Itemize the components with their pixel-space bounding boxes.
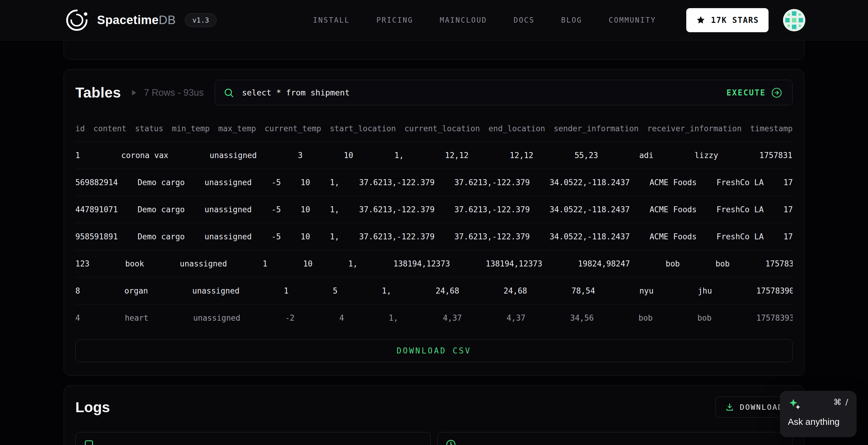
table-cell: FreshCo LA — [716, 232, 764, 241]
column-header: id — [75, 124, 85, 133]
table-cell: -5 — [272, 232, 281, 241]
table-cell: Demo cargo — [137, 205, 185, 214]
nav-link-pricing[interactable]: PRICING — [376, 16, 413, 24]
table-cell: 78,54 — [571, 286, 595, 295]
table-cell: bob — [715, 259, 730, 268]
table-cell: 24,68 — [504, 286, 527, 295]
table-cell: 1757831748292736 — [759, 151, 793, 160]
table-cell: 37.6213,-122.379 — [454, 232, 530, 241]
logs-download-label: DOWNLOAD — [740, 403, 783, 412]
nav-link-maincloud[interactable]: MAINCLOUD — [440, 16, 487, 24]
table-cell: ACME Foods — [650, 178, 697, 187]
table-cell: 37.6213,-122.379 — [359, 232, 434, 241]
column-header: content — [93, 124, 127, 133]
table-row: 447891071Demo cargounassigned-5101,37.62… — [75, 196, 793, 223]
table-cell: 1, — [348, 259, 358, 268]
star-icon — [696, 15, 706, 25]
table-cell: 1, — [395, 151, 404, 160]
table-cell: 1757833948210345 — [765, 259, 793, 268]
table-cell: unassigned — [205, 205, 252, 214]
rows-summary: 7 Rows - 93us — [144, 87, 204, 98]
table-row: 569882914Demo cargounassigned-5101,37.62… — [75, 169, 793, 196]
nav-link-blog[interactable]: BLOG — [561, 16, 582, 24]
collapse-arrow-icon[interactable] — [130, 89, 137, 96]
page-content: Tables 7 Rows - 93us select * from shipm… — [0, 40, 868, 445]
table-cell: -2 — [285, 313, 294, 322]
brand-name: SpacetimeDB — [97, 13, 176, 27]
table-cell: 123 — [75, 259, 90, 268]
tables-title: Tables — [75, 84, 121, 101]
execute-button[interactable]: EXECUTE — [724, 87, 784, 98]
table-cell: 1 — [284, 286, 289, 295]
ask-widget-top: ⌘ / — [788, 398, 849, 411]
table-cell: jhu — [698, 286, 712, 295]
avatar[interactable] — [783, 9, 805, 31]
logs-card-header: Logs DOWNLOAD — [75, 397, 793, 418]
table-cell: unassigned — [192, 286, 240, 295]
execute-label: EXECUTE — [726, 88, 766, 97]
table-row: 123bookunassigned1101,138194,12373138194… — [75, 250, 793, 277]
previous-card-bottom — [64, 40, 804, 60]
table-cell: 34,56 — [570, 313, 594, 322]
table-cell: 19824,98247 — [578, 259, 630, 268]
brand[interactable]: SpacetimeDB v1.3 — [64, 8, 217, 33]
logs-panel-left — [75, 432, 431, 445]
navbar-right: 17K STARS — [686, 8, 805, 32]
table-cell: 1 — [75, 151, 80, 160]
table-cell: 37.6213,-122.379 — [359, 178, 434, 187]
table-cell: 4 — [75, 313, 80, 322]
column-header: status — [135, 124, 163, 133]
table-cell: 12,12 — [510, 151, 533, 160]
table-row: 1corona vaxunassigned3101,12,1212,1255,2… — [75, 142, 793, 169]
nav-link-docs[interactable]: DOCS — [514, 16, 535, 24]
ask-anything-widget[interactable]: ⌘ / Ask anything — [780, 391, 857, 437]
search-icon — [223, 87, 234, 98]
shipment-table: idcontentstatusmin_tempmax_tempcurrent_t… — [75, 124, 793, 332]
table-cell: Demo cargo — [137, 178, 185, 187]
table-cell: -5 — [272, 178, 281, 187]
table-cell: bob — [639, 313, 653, 322]
table-cell: unassigned — [210, 151, 257, 160]
table-cell: 55,23 — [575, 151, 598, 160]
column-header: end_location — [489, 124, 545, 133]
table-cell: 1 — [263, 259, 268, 268]
table-cell: nyu — [639, 286, 653, 295]
table-cell: FreshCo LA — [716, 178, 764, 187]
table-cell: -5 — [272, 205, 281, 214]
logs-list-icon — [84, 439, 94, 445]
table-cell: 10 — [303, 259, 313, 268]
github-stars-button[interactable]: 17K STARS — [686, 8, 769, 32]
nav-link-install[interactable]: INSTALL — [313, 16, 350, 24]
table-cell: ACME Foods — [650, 232, 697, 241]
table-cell: 34.0522,-118.2437 — [550, 232, 629, 241]
table-cell: 3 — [298, 151, 303, 160]
table-cell: 1757831529912345 — [783, 205, 793, 214]
logs-panel-right — [437, 432, 793, 445]
table-cell: unassigned — [205, 178, 252, 187]
table-cell: organ — [124, 286, 148, 295]
ask-anything-label: Ask anything — [788, 417, 849, 427]
table-cell: Demo cargo — [137, 232, 185, 241]
navbar: SpacetimeDB v1.3 INSTALL PRICING MAINCLO… — [0, 0, 868, 40]
table-cell: 37.6213,-122.379 — [359, 205, 434, 214]
table-cell: unassigned — [193, 313, 241, 322]
table-cell: book — [125, 259, 144, 268]
nav-link-community[interactable]: COMMUNITY — [609, 16, 656, 24]
table-cell: adi — [639, 151, 653, 160]
table-cell: 958591891 — [75, 232, 118, 241]
table-cell: 10 — [301, 232, 310, 241]
logs-panels — [75, 432, 793, 445]
download-csv-button[interactable]: DOWNLOAD CSV — [75, 339, 793, 362]
table-cell: 5 — [333, 286, 338, 295]
column-header: current_location — [404, 124, 480, 133]
table-cell: 34.0522,-118.2437 — [550, 178, 629, 187]
table-header-row: idcontentstatusmin_tempmax_tempcurrent_t… — [75, 124, 793, 142]
table-row: 958591891Demo cargounassigned-5101,37.62… — [75, 223, 793, 250]
table-cell: 4 — [339, 313, 344, 322]
query-input[interactable]: select * from shipment — [242, 88, 350, 97]
table-row: 4heartunassigned-241,4,374,3734,56bobbob… — [75, 304, 793, 332]
table-cell: 1, — [330, 232, 339, 241]
tables-card-header: Tables 7 Rows - 93us select * from shipm… — [75, 80, 793, 105]
table-cell: 447891071 — [75, 205, 118, 214]
table-cell: 1, — [330, 205, 339, 214]
